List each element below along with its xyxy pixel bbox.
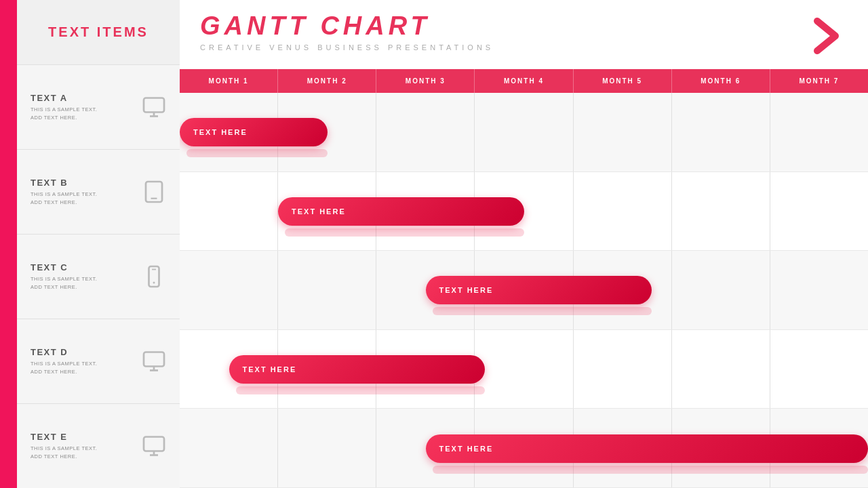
sidebar-item-a-title: TEXT A	[31, 93, 132, 103]
gantt-cell-c-1	[180, 251, 278, 329]
sidebar-item-d-text: TEXT D THIS IS A SAMPLE TEXT. ADD TEXT H…	[31, 347, 132, 375]
gantt-cell-d-5	[574, 330, 672, 409]
monitor-icon-a	[142, 95, 166, 119]
gantt-cell-c-2	[278, 251, 376, 329]
gantt-cell-e-1	[180, 409, 278, 487]
sidebar-item-e: TEXT E THIS IS A SAMPLE TEXT. ADD TEXT H…	[17, 403, 180, 488]
sidebar-item-e-desc: THIS IS A SAMPLE TEXT. ADD TEXT HERE.	[31, 445, 132, 460]
gantt-cell-b-1	[180, 172, 278, 251]
sidebar-item-b-desc: THIS IS A SAMPLE TEXT. ADD TEXT HERE.	[31, 190, 132, 206]
sidebar-item-e-title: TEXT E	[31, 432, 132, 442]
sidebar-item-d: TEXT D THIS IS A SAMPLE TEXT. ADD TEXT H…	[17, 319, 180, 403]
gantt-chart: MONTH 1 MONTH 2 MONTH 3 MONTH 4 MONTH 5 …	[180, 69, 868, 488]
sidebar-item-c-title: TEXT C	[31, 262, 132, 272]
gantt-cell-c-6	[672, 251, 770, 329]
gantt-bar-a: TEXT HERE	[180, 118, 328, 146]
monitor-icon-d	[142, 349, 166, 373]
page-title: GANTT CHART	[200, 12, 494, 41]
sidebar-item-b-title: TEXT B	[31, 178, 132, 188]
gantt-bar-c: TEXT HERE	[426, 276, 652, 304]
gantt-bar-d: TEXT HERE	[229, 355, 485, 384]
phone-icon-c	[142, 264, 166, 289]
gantt-cell-b-7	[770, 172, 868, 251]
gantt-cell-a-6	[672, 93, 770, 171]
gantt-cell-a-5	[574, 93, 672, 171]
gantt-cell-c-7	[770, 251, 868, 329]
gantt-bar-b: TEXT HERE	[278, 197, 524, 226]
month-header-5: MONTH 5	[574, 69, 672, 93]
sidebar-item-a-text: TEXT A THIS IS A SAMPLE TEXT. ADD TEXT H…	[31, 93, 132, 121]
sidebar-item-e-text: TEXT E THIS IS A SAMPLE TEXT. ADD TEXT H…	[31, 432, 132, 460]
sidebar: TEXT ITEMS TEXT A THIS IS A SAMPLE TEXT.…	[0, 0, 180, 488]
gantt-cell-b-5	[574, 172, 672, 251]
gantt-cell-b-6	[672, 172, 770, 251]
gantt-cell-a-4	[475, 93, 573, 171]
sidebar-item-a: TEXT A THIS IS A SAMPLE TEXT. ADD TEXT H…	[17, 64, 180, 149]
gantt-cell-a-7	[770, 93, 868, 171]
svg-rect-11	[144, 437, 164, 451]
svg-rect-8	[144, 352, 164, 367]
gantt-cell-a-3	[376, 93, 475, 171]
gantt-cell-e-2	[278, 409, 376, 487]
monitor-icon-e	[142, 434, 166, 458]
sidebar-item-c: TEXT C THIS IS A SAMPLE TEXT. ADD TEXT H…	[17, 234, 180, 319]
page-header: GANTT CHART CREATIVE VENUS BUSINESS PRES…	[180, 0, 868, 69]
gantt-cell-d-4	[475, 330, 573, 409]
sidebar-item-b: TEXT B THIS IS A SAMPLE TEXT. ADD TEXT H…	[17, 149, 180, 234]
svg-rect-0	[144, 98, 164, 113]
month-header-4: MONTH 4	[475, 69, 573, 93]
gantt-bar-e: TEXT HERE	[426, 434, 869, 463]
sidebar-item-c-desc: THIS IS A SAMPLE TEXT. ADD TEXT HERE.	[31, 275, 132, 291]
sidebar-item-b-text: TEXT B THIS IS A SAMPLE TEXT. ADD TEXT H…	[31, 178, 132, 206]
month-header-6: MONTH 6	[672, 69, 770, 93]
sidebar-header-label: TEXT ITEMS	[48, 24, 149, 40]
gantt-header-row: MONTH 1 MONTH 2 MONTH 3 MONTH 4 MONTH 5 …	[180, 69, 868, 93]
month-header-2: MONTH 2	[278, 69, 376, 93]
brand-logo	[807, 16, 848, 62]
month-header-7: MONTH 7	[770, 69, 868, 93]
gantt-cell-d-6	[672, 330, 770, 409]
page-subtitle: CREATIVE VENUS BUSINESS PRESENTATIONS	[200, 43, 494, 52]
main-content: GANTT CHART CREATIVE VENUS BUSINESS PRES…	[180, 0, 868, 488]
sidebar-item-c-text: TEXT C THIS IS A SAMPLE TEXT. ADD TEXT H…	[31, 262, 132, 291]
sidebar-item-a-desc: THIS IS A SAMPLE TEXT. ADD TEXT HERE.	[31, 106, 132, 121]
sidebar-item-d-desc: THIS IS A SAMPLE TEXT. ADD TEXT HERE.	[31, 360, 132, 375]
gantt-body: TEXT HERETEXT HERETEXT HERETEXT HERETEXT…	[180, 93, 868, 488]
svg-point-7	[153, 282, 155, 284]
month-header-1: MONTH 1	[180, 69, 278, 93]
gantt-cell-d-7	[770, 330, 868, 409]
sidebar-items-list: TEXT A THIS IS A SAMPLE TEXT. ADD TEXT H…	[0, 64, 180, 488]
month-header-3: MONTH 3	[376, 69, 475, 93]
sidebar-item-d-title: TEXT D	[31, 347, 132, 357]
header-text-group: GANTT CHART CREATIVE VENUS BUSINESS PRES…	[200, 12, 494, 52]
pink-accent-bar	[0, 0, 17, 488]
sidebar-header: TEXT ITEMS	[17, 0, 180, 64]
tablet-icon-b	[142, 180, 166, 204]
